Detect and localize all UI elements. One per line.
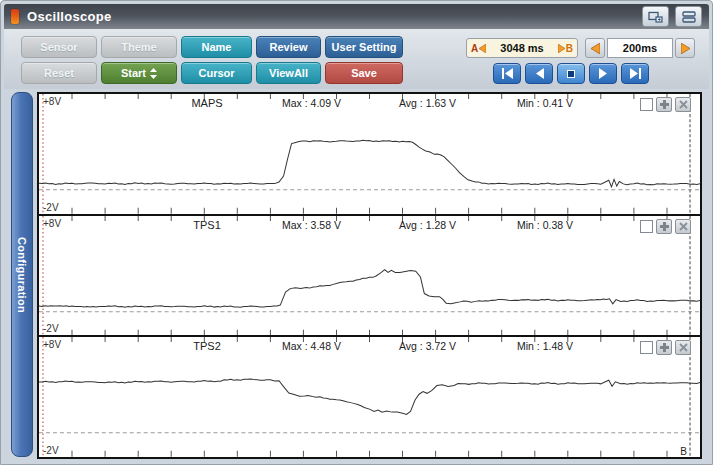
channel-tps1: +8V TPS1 Max : 3.58 V Avg : 1.28 V Min :… bbox=[39, 216, 700, 338]
max-value: Max : 4.09 V bbox=[282, 97, 341, 109]
channel-tps2: +8V TPS2 Max : 4.48 V Avg : 3.72 V Min :… bbox=[39, 337, 700, 457]
range-top-label: +8V bbox=[43, 218, 61, 229]
scope-area: Configuration +8V MAPS Max : 4.09 V Avg … bbox=[1, 89, 712, 464]
stop-button[interactable] bbox=[557, 63, 585, 84]
window-export-button[interactable] bbox=[642, 6, 669, 27]
channel-plot bbox=[39, 94, 700, 214]
channel-plot bbox=[39, 337, 700, 457]
plot-container: +8V MAPS Max : 4.09 V Avg : 1.63 V Min :… bbox=[37, 92, 702, 459]
sensor-button[interactable]: Sensor bbox=[21, 36, 97, 58]
review-button[interactable]: Review bbox=[256, 36, 321, 58]
skip-end-button[interactable] bbox=[621, 63, 649, 84]
min-value: Min : 1.48 V bbox=[517, 340, 573, 352]
avg-value: Avg : 1.28 V bbox=[399, 219, 456, 231]
range-top-label: +8V bbox=[43, 339, 61, 350]
viewall-button[interactable]: ViewAll bbox=[256, 62, 321, 84]
arrow-right-icon bbox=[558, 44, 565, 53]
channel-plot bbox=[39, 216, 700, 336]
plus-icon bbox=[660, 100, 669, 109]
channel-checkbox[interactable] bbox=[640, 341, 653, 354]
cursor-b-label-control: B bbox=[566, 43, 573, 54]
plus-icon bbox=[660, 222, 669, 231]
tick-marks bbox=[72, 94, 667, 214]
channel-name: MAPS bbox=[167, 97, 247, 109]
skip-start-button[interactable] bbox=[493, 63, 521, 84]
channel-zoom-button[interactable] bbox=[656, 219, 672, 234]
spinner-updown-icon bbox=[150, 68, 157, 79]
ab-range-value: 3048 ms bbox=[500, 42, 543, 54]
min-value: Min : 0.38 V bbox=[517, 219, 573, 231]
channel-zoom-button[interactable] bbox=[656, 97, 672, 112]
cursor-b-tag: B bbox=[680, 446, 687, 457]
channel-maps: +8V MAPS Max : 4.09 V Avg : 1.63 V Min :… bbox=[39, 94, 700, 216]
close-icon bbox=[679, 100, 688, 109]
channel-checkbox[interactable] bbox=[640, 220, 653, 233]
play-icon bbox=[598, 68, 609, 79]
play-button[interactable] bbox=[589, 63, 617, 84]
cursor-b-control[interactable]: B bbox=[558, 43, 573, 54]
arrow-left-icon bbox=[479, 44, 486, 53]
stacked-bars-icon bbox=[682, 11, 696, 23]
step-back-icon bbox=[534, 68, 545, 79]
toolbar: Sensor Theme Name Review User Setting Re… bbox=[4, 29, 709, 89]
min-value: Min : 0.41 V bbox=[517, 97, 573, 109]
step-back-button[interactable] bbox=[525, 63, 553, 84]
channel-close-button[interactable] bbox=[675, 97, 691, 112]
waveform-path bbox=[39, 140, 700, 187]
user-setting-button[interactable]: User Setting bbox=[325, 36, 403, 58]
save-button[interactable]: Save bbox=[325, 62, 403, 84]
close-icon bbox=[679, 343, 688, 352]
window-layout-button[interactable] bbox=[675, 6, 702, 27]
channel-zoom-button[interactable] bbox=[656, 340, 672, 355]
oscilloscope-window: Oscilloscope Sensor Theme Name Revi bbox=[0, 0, 713, 465]
range-bottom-label: -2V bbox=[43, 323, 59, 334]
title-bar: Oscilloscope bbox=[4, 4, 709, 29]
configuration-tab-label: Configuration bbox=[16, 237, 28, 313]
channel-close-button[interactable] bbox=[675, 340, 691, 355]
reset-button[interactable]: Reset bbox=[21, 62, 97, 84]
tick-marks bbox=[72, 337, 667, 457]
max-value: Max : 3.58 V bbox=[282, 219, 341, 231]
arrow-left-icon bbox=[591, 43, 600, 54]
channel-name: TPS1 bbox=[167, 219, 247, 231]
stop-icon bbox=[565, 68, 577, 80]
close-icon bbox=[679, 222, 688, 231]
start-button[interactable]: Start bbox=[101, 62, 177, 84]
name-button[interactable]: Name bbox=[181, 36, 252, 58]
waveform-path bbox=[39, 379, 700, 414]
cursor-button[interactable]: Cursor bbox=[181, 62, 252, 84]
timebase-value: 200ms bbox=[607, 38, 673, 58]
ab-range-box: A 3048 ms B bbox=[466, 38, 578, 58]
timebase-decrease-button[interactable] bbox=[585, 38, 605, 58]
range-bottom-label: -2V bbox=[43, 202, 59, 213]
channel-name: TPS2 bbox=[167, 340, 247, 352]
arrow-right-icon bbox=[681, 43, 690, 54]
skip-end-icon bbox=[629, 68, 642, 79]
waveform-path bbox=[39, 269, 700, 307]
cursor-a-label: A bbox=[471, 43, 478, 54]
start-button-label: Start bbox=[121, 67, 146, 79]
range-top-label: +8V bbox=[43, 96, 61, 107]
channel-close-button[interactable] bbox=[675, 219, 691, 234]
window-title: Oscilloscope bbox=[27, 9, 112, 24]
channel-checkbox[interactable] bbox=[640, 98, 653, 111]
avg-value: Avg : 3.72 V bbox=[399, 340, 456, 352]
range-bottom-label: -2V bbox=[43, 445, 59, 456]
transport-controls bbox=[493, 63, 649, 84]
plus-icon bbox=[660, 343, 669, 352]
avg-value: Avg : 1.63 V bbox=[399, 97, 456, 109]
window-export-icon bbox=[648, 11, 663, 23]
theme-button[interactable]: Theme bbox=[101, 36, 177, 58]
timebase-increase-button[interactable] bbox=[675, 38, 695, 58]
cursor-a-control[interactable]: A bbox=[471, 43, 486, 54]
app-icon bbox=[11, 9, 19, 24]
skip-start-icon bbox=[501, 68, 514, 79]
max-value: Max : 4.48 V bbox=[282, 340, 341, 352]
tick-marks bbox=[72, 216, 667, 336]
configuration-tab[interactable]: Configuration bbox=[11, 92, 33, 457]
